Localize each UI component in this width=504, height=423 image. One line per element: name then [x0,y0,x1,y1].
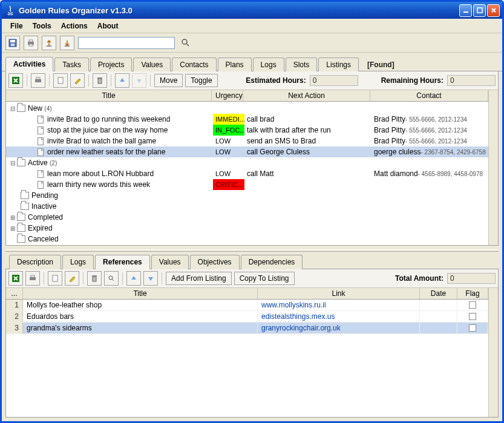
ref-link[interactable]: granyrockingchair.org.uk [258,323,420,333]
scrollbar[interactable] [488,90,498,245]
svg-rect-4 [11,44,15,46]
download-icon[interactable] [60,36,74,50]
tab-description[interactable]: Description [9,255,61,269]
folder-completed[interactable]: ⊞Completed [6,212,488,223]
refcol-idx[interactable]: ... [6,288,23,299]
col-next[interactable]: Next Action [243,90,370,101]
search-input[interactable] [78,37,175,49]
flag-checkbox[interactable] [469,301,476,309]
toggle-button[interactable]: Toggle [185,74,217,87]
menu-actions[interactable]: Actions [56,21,93,31]
folder-new-count: (4) [44,105,51,112]
refcol-date[interactable]: Date [420,288,457,299]
tab-projects[interactable]: Projects [90,57,132,71]
new-icon[interactable] [53,73,68,88]
svg-rect-22 [92,275,97,277]
svg-rect-19 [31,275,34,277]
ref-link[interactable]: edistealsthings.mex.us [258,311,420,322]
svg-rect-18 [30,277,36,280]
tab-found[interactable]: [Found] [360,58,402,71]
folder-active[interactable]: ⊟ Active (2) [6,157,488,168]
tab-contacts[interactable]: Contacts [172,57,216,71]
minimize-button[interactable] [459,4,472,17]
ref-link[interactable]: www.mollyskins.ru.il [258,300,420,310]
delete-ref-icon[interactable] [87,271,102,286]
folder-pending[interactable]: Pending [6,190,488,201]
activity-row-selected[interactable]: order new leather seats for the plane LO… [6,146,488,157]
edit-icon[interactable] [70,73,85,88]
movedown-icon[interactable] [132,73,146,88]
ref-movedown-icon[interactable] [143,271,158,286]
copy-to-listing-button[interactable]: Copy To Listing [234,272,295,285]
tab-dependencies[interactable]: Dependencies [241,255,303,269]
col-urgency[interactable]: Urgency [212,90,243,101]
tab-activities[interactable]: Activities [5,57,53,71]
tab-logs-detail[interactable]: Logs [62,255,94,269]
ref-date [420,300,457,310]
titlebar: Golden Rules Organizer v1.3.0 [2,2,502,19]
expand-icon[interactable]: ⊟ [10,105,16,111]
moveup-icon[interactable] [115,73,129,88]
tab-logs[interactable]: Logs [253,57,284,71]
tab-objectives[interactable]: Objectives [190,255,240,269]
activity-row[interactable]: stop at the juice bar on the way home IN… [6,125,488,136]
add-from-listing-button[interactable]: Add From Listing [166,272,232,285]
export-excel-icon[interactable] [8,73,23,88]
ref-row-selected[interactable]: 3 grandma's sidearms granyrockingchair.o… [6,323,488,334]
activities-tree-grid[interactable]: Title Urgency Next Action Contact ⊟ New … [6,90,488,245]
java-icon [5,5,15,15]
folder-canceled[interactable]: Canceled [6,234,488,244]
folder-new[interactable]: ⊟ New (4) [6,103,488,114]
export-excel-icon[interactable] [8,271,23,286]
find-ref-icon[interactable] [104,271,119,286]
folder-inactive[interactable]: Inactive [6,201,488,212]
maximize-button[interactable] [473,4,486,17]
tab-listings[interactable]: Listings [318,57,359,71]
tab-slots[interactable]: Slots [286,57,318,71]
new-ref-icon[interactable] [48,271,62,286]
ref-row[interactable]: 1 Mollys foe-leather shop www.mollyskins… [6,300,488,311]
menu-about[interactable]: About [93,21,123,31]
print-icon[interactable] [24,36,38,50]
delete-icon[interactable] [93,73,107,88]
menu-tools[interactable]: Tools [28,21,56,31]
close-button[interactable] [487,4,500,17]
tab-values[interactable]: Values [133,57,171,71]
references-table[interactable]: ... Title Link Date Flag 1 Mollys foe-le… [6,288,488,417]
refcol-flag[interactable]: Flag [457,288,488,299]
upload-icon[interactable] [42,36,56,50]
menu-file[interactable]: File [5,21,28,31]
expand-icon[interactable] [10,236,16,242]
tab-references[interactable]: References [95,255,150,269]
activity-row[interactable]: learn thirty new words this week CRITIC.… [6,179,488,190]
flag-checkbox[interactable] [469,324,476,332]
ref-row[interactable]: 2 Eduardos bars edistealsthings.mex.us [6,311,488,323]
print-refs-icon[interactable] [25,271,40,286]
ref-title: grandma's sidearms [23,323,258,333]
tab-plans[interactable]: Plans [218,57,252,71]
activity-row[interactable]: invite Brad to watch the ball game LOW s… [6,136,488,146]
svg-rect-16 [97,77,102,79]
activity-row[interactable]: invite Brad to go running this weekend I… [6,114,488,125]
activity-row[interactable]: lean more about L.RON Hubbard LOW call M… [6,168,488,179]
expand-icon[interactable]: ⊟ [10,160,16,166]
refcol-title[interactable]: Title [23,288,258,299]
col-contact[interactable]: Contact [370,90,488,101]
expand-icon[interactable]: ⊞ [10,225,16,231]
col-title[interactable]: Title [6,90,212,101]
ref-moveup-icon[interactable] [126,271,141,286]
folder-expired[interactable]: ⊞Expired [6,223,488,234]
refcol-link[interactable]: Link [258,288,420,299]
tab-values-detail[interactable]: Values [151,255,189,269]
search-icon[interactable] [178,36,193,50]
expand-icon[interactable]: ⊞ [10,214,16,220]
scrollbar[interactable] [488,288,498,417]
activity-title: learn thirty new words this week [47,180,150,189]
tab-tasks[interactable]: Tasks [54,57,89,71]
flag-checkbox[interactable] [469,313,476,320]
svg-rect-15 [98,79,102,84]
move-button[interactable]: Move [154,74,183,87]
edit-ref-icon[interactable] [65,271,79,286]
print-activities-icon[interactable] [31,73,45,88]
save-icon[interactable] [5,36,20,50]
